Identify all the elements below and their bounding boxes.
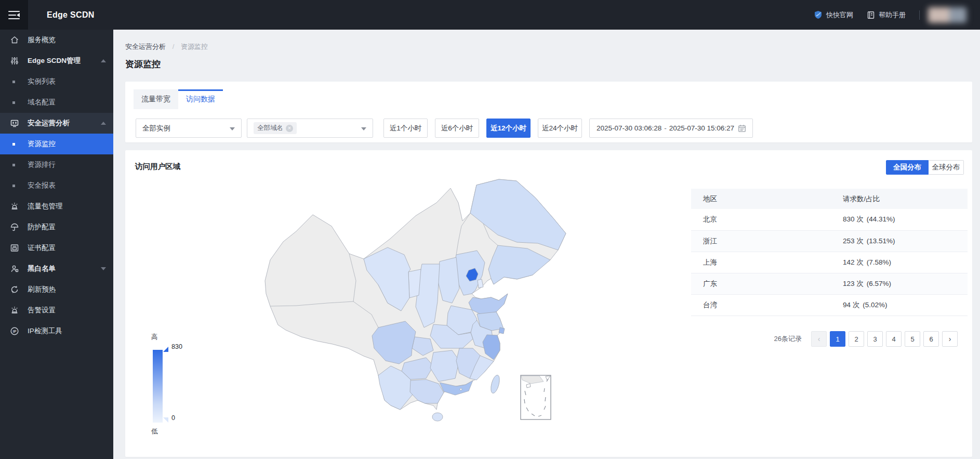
sidebar-item-refresh-prewarm[interactable]: 刷新预热 [0, 279, 113, 300]
scope-toggle: 全国分布 全球分布 [886, 160, 964, 175]
scope-global-button[interactable]: 全球分布 [929, 160, 964, 175]
domain-select[interactable]: 全部域名 × [247, 119, 373, 138]
table-row[interactable]: 上海 142 次(7.58%) [691, 252, 968, 273]
time-range-24h-button[interactable]: 近24个小时 [538, 119, 582, 138]
sidebar-item-ip-check-tool[interactable]: IP IP检测工具 [0, 321, 113, 342]
next-page-button[interactable]: › [942, 331, 958, 347]
sidebar-item-security-report[interactable]: 安全报表 [0, 175, 113, 196]
sidebar-group-edge-scdn-mgmt[interactable]: Edge SCDN管理 [0, 50, 113, 71]
siren-icon [10, 202, 19, 211]
sidebar-item-traffic-package[interactable]: 流量包管理 [0, 196, 113, 217]
col-region: 地区 [691, 189, 832, 209]
time-range-6h-button[interactable]: 近6个小时 [435, 119, 479, 138]
certificate-icon [10, 243, 19, 253]
legend-high-label: 高 [151, 333, 158, 342]
bullet-icon [12, 101, 15, 104]
chevron-right-icon: › [949, 335, 951, 343]
person-icon [10, 264, 19, 273]
legend-min-value: 0 [171, 414, 175, 422]
table-row[interactable]: 广东 123 次(6.57%) [691, 273, 968, 294]
map-province-taiwan [489, 374, 501, 394]
chevron-up-icon [101, 122, 106, 125]
svg-text:IP: IP [13, 330, 17, 333]
breadcrumb-parent[interactable]: 安全运营分析 [125, 43, 166, 50]
instance-select[interactable]: 全部实例 [136, 119, 242, 138]
page-button-2[interactable]: 2 [849, 331, 864, 347]
ip-circle-icon: IP [10, 326, 19, 336]
record-count: 26条记录 [774, 334, 802, 344]
page-button-5[interactable]: 5 [905, 331, 920, 347]
sidebar-item-service-overview[interactable]: 服务概览 [0, 30, 113, 50]
visitor-region-card: 访问用户区域 全国分布 全球分布 高 830 0 低 [125, 150, 972, 457]
sidebar-group-security-ops[interactable]: 安全运营分析 [0, 113, 113, 134]
legend-max-marker [163, 347, 168, 352]
chevron-down-icon [101, 267, 106, 270]
domain-tag: 全部域名 × [254, 122, 297, 134]
date-range-picker[interactable]: 2025-07-30 03:06:28 - 2025-07-30 15:06:2… [589, 119, 753, 138]
header-divider [919, 10, 920, 20]
filter-row: 全部实例 全部域名 × 近1个小时 近6个小时 近12个 [136, 119, 753, 138]
main-content: 安全运营分析 / 资源监控 资源监控 流量带宽 访问数据 全部实例 [113, 30, 980, 459]
sidebar-item-resource-monitor[interactable]: 资源监控 [0, 134, 113, 154]
hamburger-icon [8, 11, 20, 19]
chevron-down-icon [230, 127, 235, 130]
home-icon [10, 35, 19, 45]
page-title: 资源监控 [125, 58, 161, 70]
top-bar: Edge SCDN 快快官网 帮助手册 [0, 0, 980, 30]
map-province-hainan [432, 413, 443, 421]
sidebar-item-certificate-config[interactable]: 证书配置 [0, 238, 113, 258]
breadcrumb: 安全运营分析 / 资源监控 [125, 42, 208, 51]
legend-max-value: 830 [171, 343, 182, 350]
page-button-6[interactable]: 6 [923, 331, 939, 347]
bullet-icon [12, 81, 15, 83]
user-account-avatar[interactable] [928, 7, 966, 23]
page-button-1[interactable]: 1 [830, 331, 845, 347]
umbrella-icon [10, 222, 19, 232]
official-site-link[interactable]: 快快官网 [814, 10, 853, 20]
calendar-icon [738, 124, 746, 133]
sidebar-collapse-button[interactable] [0, 0, 28, 30]
prev-page-button[interactable]: ‹ [811, 331, 827, 347]
sidebar-item-domain-config[interactable]: 域名配置 [0, 92, 113, 113]
page-button-3[interactable]: 3 [867, 331, 883, 347]
sidebar-group-black-white-list[interactable]: 黑白名单 [0, 258, 113, 279]
manual-book-icon [867, 11, 875, 19]
help-manual-link[interactable]: 帮助手册 [867, 10, 906, 20]
sidebar-item-resource-ranking[interactable]: 资源排行 [0, 154, 113, 175]
bullet-icon [12, 143, 15, 146]
region-table-header: 地区 请求数/占比 [691, 189, 968, 209]
monitor-filter-card: 流量带宽 访问数据 全部实例 全部域名 × [125, 82, 972, 142]
legend-min-marker [163, 417, 168, 423]
legend-low-label: 低 [151, 427, 158, 436]
map-province-shanghai [499, 327, 505, 334]
tab-access-data[interactable]: 访问数据 [178, 89, 223, 109]
sidebar-item-instance-list[interactable]: 实例列表 [0, 71, 113, 92]
sidebar-item-protection-config[interactable]: 防护配置 [0, 217, 113, 238]
table-row[interactable]: 浙江 253 次(13.51%) [691, 230, 968, 252]
table-row[interactable]: 台湾 94 次(5.02%) [691, 294, 968, 316]
time-range-1h-button[interactable]: 近1个小时 [383, 119, 428, 138]
chevron-down-icon [361, 127, 366, 130]
china-map[interactable] [255, 177, 587, 431]
tab-traffic-bandwidth[interactable]: 流量带宽 [134, 89, 178, 109]
time-range-12h-button[interactable]: 近12个小时 [486, 119, 531, 138]
sliders-icon [10, 56, 19, 65]
bullet-icon [12, 185, 15, 187]
tag-close-icon[interactable]: × [286, 125, 293, 132]
legend-gradient-bar [153, 350, 163, 423]
chevron-up-icon [101, 59, 106, 62]
scope-national-button[interactable]: 全国分布 [886, 160, 929, 175]
app-title: Edge SCDN [47, 10, 95, 20]
page-button-4[interactable]: 4 [886, 331, 902, 347]
shield-logo-icon [814, 10, 823, 19]
breadcrumb-current: 资源监控 [181, 43, 208, 50]
sidebar-nav: 服务概览 Edge SCDN管理 实例列表 域名配置 [0, 30, 113, 459]
sidebar-item-alert-settings[interactable]: 告警设置 [0, 300, 113, 321]
col-requests: 请求数/占比 [832, 189, 968, 209]
chevron-left-icon: ‹ [818, 335, 820, 343]
pagination: 26条记录 ‹ 1 2 3 4 5 6 › [774, 331, 958, 347]
alarm-icon [10, 306, 19, 315]
table-row[interactable]: 北京 830 次(44.31%) [691, 209, 968, 230]
section-title: 访问用户区域 [135, 162, 180, 172]
date-start: 2025-07-30 03:06:28 [596, 124, 662, 132]
